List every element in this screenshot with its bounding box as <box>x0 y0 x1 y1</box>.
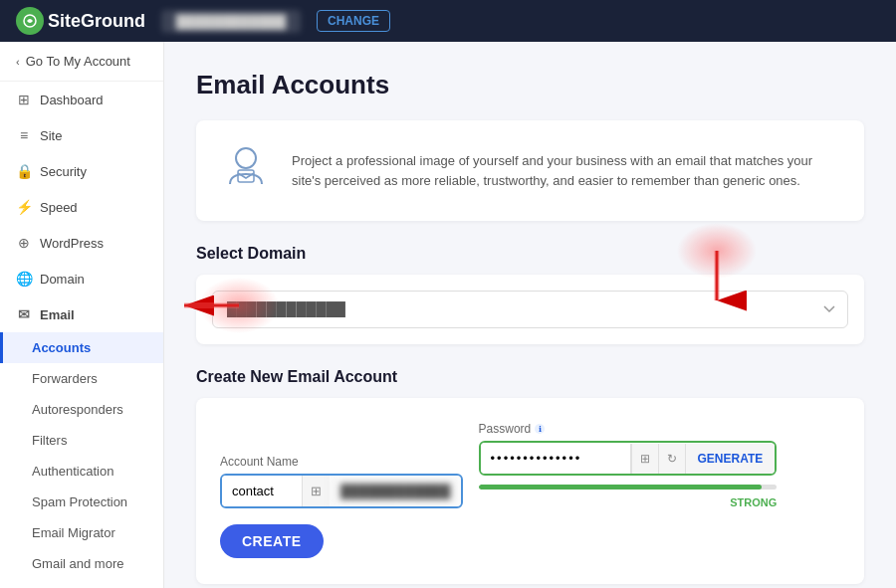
sidebar-sub-migrator[interactable]: Email Migrator <box>0 517 163 548</box>
account-name-label: Account Name <box>220 455 463 469</box>
dashboard-icon: ⊞ <box>16 92 32 107</box>
account-name-icon-btn[interactable]: ⊞ <box>302 476 330 506</box>
change-domain-button[interactable]: CHANGE <box>317 10 390 32</box>
generate-password-button[interactable]: GENERATE <box>685 444 776 474</box>
password-action-buttons: ⊞ ↻ GENERATE <box>630 444 776 474</box>
domain-suffix-display: ████████████ <box>330 476 461 506</box>
main-layout: ‹ Go To My Account ⊞ Dashboard ≡ Site 🔒 … <box>0 42 896 588</box>
select-domain-section: Select Domain ████████████ <box>196 245 864 344</box>
create-email-title: Create New Email Account <box>196 368 864 386</box>
sidebar-sub-accounts[interactable]: Accounts <box>0 332 163 363</box>
password-input[interactable] <box>481 443 630 474</box>
back-to-account-link[interactable]: ‹ Go To My Account <box>0 42 163 82</box>
site-icon: ≡ <box>16 127 32 143</box>
account-name-group: Account Name ⊞ ████████████ <box>220 455 463 508</box>
password-strength-label: STRONG <box>479 496 778 508</box>
sidebar-sub-filters[interactable]: Filters <box>0 425 163 456</box>
sidebar-item-dashboard[interactable]: ⊞ Dashboard <box>0 82 163 117</box>
email-illustration-icon <box>220 140 272 201</box>
sidebar-item-wordpress[interactable]: ⊕ WordPress <box>0 225 163 261</box>
email-icon: ✉ <box>16 306 32 322</box>
page-title: Email Accounts <box>196 70 864 100</box>
create-email-form-card: Account Name ⊞ ████████████ Password ℹ <box>196 398 864 584</box>
sidebar-sub-authentication[interactable]: Authentication <box>0 456 163 487</box>
password-strength-bar-container <box>479 485 778 490</box>
security-icon: 🔒 <box>16 163 32 179</box>
logo: SiteGround <box>16 7 145 35</box>
sidebar-item-domain[interactable]: 🌐 Domain <box>0 261 163 296</box>
sidebar-item-security[interactable]: 🔒 Security <box>0 153 163 189</box>
password-info-icon[interactable]: ℹ <box>535 424 545 434</box>
sidebar-sub-spam[interactable]: Spam Protection <box>0 487 163 517</box>
info-banner-text: Project a professional image of yourself… <box>292 151 840 190</box>
logo-icon <box>16 7 44 35</box>
back-arrow-icon: ‹ <box>16 56 20 68</box>
svg-point-1 <box>236 148 256 168</box>
domain-icon: 🌐 <box>16 271 32 287</box>
password-copy-btn[interactable]: ⊞ <box>631 444 658 474</box>
password-input-wrapper: ⊞ ↻ GENERATE <box>479 441 778 476</box>
create-email-section: Create New Email Account Account Name ⊞ … <box>196 368 864 584</box>
sidebar-item-site[interactable]: ≡ Site <box>0 117 163 153</box>
sidebar-item-speed[interactable]: ⚡ Speed <box>0 189 163 225</box>
wordpress-icon: ⊕ <box>16 235 32 251</box>
main-content: Email Accounts Project a professional im… <box>164 42 896 588</box>
password-label: Password ℹ <box>479 422 778 436</box>
domain-display: ████████████ <box>161 10 301 33</box>
sidebar-sub-forwarders[interactable]: Forwarders <box>0 363 163 394</box>
sidebar: ‹ Go To My Account ⊞ Dashboard ≡ Site 🔒 … <box>0 42 164 588</box>
password-group: Password ℹ ⊞ ↻ GENERATE <box>479 422 778 508</box>
sidebar-item-statistics[interactable]: 📊 Statistics <box>0 579 163 588</box>
password-refresh-btn[interactable]: ↻ <box>658 444 685 474</box>
account-name-input-wrapper: ⊞ ████████████ <box>220 474 463 508</box>
sidebar-item-email[interactable]: ✉ Email <box>0 296 163 332</box>
svg-rect-2 <box>238 170 254 182</box>
sidebar-sub-autoresponders[interactable]: Autoresponders <box>0 394 163 425</box>
topbar: SiteGround ████████████ CHANGE <box>0 0 896 42</box>
info-banner: Project a professional image of yourself… <box>196 120 864 221</box>
password-strength-bar <box>479 485 763 490</box>
select-domain-title: Select Domain <box>196 245 864 263</box>
email-submenu: Accounts Forwarders Autoresponders Filte… <box>0 332 163 579</box>
create-email-button[interactable]: CREATE <box>220 524 324 558</box>
domain-select[interactable]: ████████████ <box>212 291 848 328</box>
account-name-input[interactable] <box>222 476 302 506</box>
speed-icon: ⚡ <box>16 199 32 215</box>
sidebar-sub-gmail[interactable]: Gmail and more <box>0 548 163 579</box>
create-form: Account Name ⊞ ████████████ Password ℹ <box>220 422 840 560</box>
